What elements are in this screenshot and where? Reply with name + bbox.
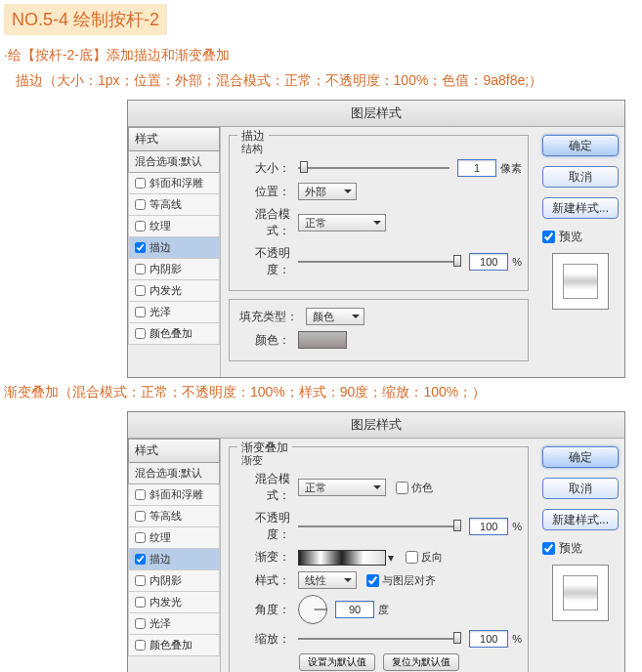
style-item-6[interactable]: 光泽 bbox=[128, 302, 220, 323]
dialog-title: 图层样式 bbox=[128, 101, 624, 127]
size-unit: 像素 bbox=[500, 161, 522, 176]
preview-box bbox=[552, 253, 609, 310]
style-select[interactable]: 线性 bbox=[298, 571, 357, 589]
opacity-label: 不透明度： bbox=[235, 510, 290, 543]
align-check[interactable]: 与图层对齐 bbox=[366, 573, 436, 588]
position-label: 位置： bbox=[235, 184, 290, 200]
set-default-button[interactable]: 设置为默认值 bbox=[299, 653, 375, 671]
blend-label: 混合模式： bbox=[235, 471, 290, 504]
cancel-button[interactable]: 取消 bbox=[542, 166, 619, 188]
style-item-2[interactable]: 纹理 bbox=[128, 527, 220, 549]
angle-label: 角度： bbox=[235, 602, 290, 618]
gradient-pane: 渐变叠加 渐变 混合模式： 正常 仿色 不透明度： 100 % 渐变： bbox=[221, 439, 536, 672]
style-item-1[interactable]: 等高线 bbox=[128, 506, 220, 527]
color-swatch[interactable] bbox=[298, 331, 347, 349]
size-input[interactable]: 1 bbox=[457, 159, 496, 177]
size-label: 大小： bbox=[235, 160, 290, 177]
pct: % bbox=[512, 633, 522, 645]
preview-check[interactable]: 预览 bbox=[542, 229, 619, 245]
style-item-7[interactable]: 颜色叠加 bbox=[128, 635, 220, 656]
reset-default-button[interactable]: 复位为默认值 bbox=[383, 653, 459, 671]
ok-button[interactable]: 确定 bbox=[542, 446, 619, 468]
grad-sub: 渐变 bbox=[241, 453, 263, 468]
size-slider[interactable] bbox=[298, 163, 449, 173]
style-item-7[interactable]: 颜色叠加 bbox=[128, 323, 220, 345]
cancel-button[interactable]: 取消 bbox=[542, 478, 619, 499]
style-list: 样式 混合选项:默认 斜面和浮雕等高线纹理描边内阴影内发光光泽颜色叠加 bbox=[128, 439, 221, 672]
chevron-down-icon[interactable]: ▾ bbox=[386, 551, 396, 565]
dialog-title: 图层样式 bbox=[128, 412, 624, 439]
blend-options-default[interactable]: 混合选项:默认 bbox=[128, 463, 220, 484]
gradient-preview[interactable] bbox=[298, 550, 386, 566]
style-item-5[interactable]: 内发光 bbox=[128, 280, 220, 302]
stroke-sub: 结构 bbox=[241, 142, 263, 156]
style-item-4[interactable]: 内阴影 bbox=[128, 570, 220, 592]
preview-box bbox=[552, 565, 609, 621]
style-item-6[interactable]: 光泽 bbox=[128, 613, 220, 635]
pct: % bbox=[512, 521, 522, 532]
gradient-label: 渐变： bbox=[235, 549, 290, 566]
fill-type-label: 填充类型： bbox=[235, 309, 298, 325]
ok-button[interactable]: 确定 bbox=[542, 135, 619, 156]
blend-options-default[interactable]: 混合选项:默认 bbox=[128, 151, 220, 173]
angle-input[interactable]: 90 bbox=[335, 601, 374, 618]
style-item-0[interactable]: 斜面和浮雕 bbox=[128, 484, 220, 506]
fill-type-select[interactable]: 颜色 bbox=[306, 308, 364, 325]
new-style-button[interactable]: 新建样式... bbox=[542, 509, 619, 530]
button-column: 确定 取消 新建样式... 预览 bbox=[536, 439, 624, 672]
stroke-pane: 描边 结构 大小： 1 像素 位置： 外部 混合模式： 正常 bbox=[221, 127, 536, 377]
angle-dial[interactable] bbox=[298, 595, 327, 624]
reverse-check[interactable]: 反向 bbox=[406, 550, 443, 565]
style-item-3[interactable]: 描边 bbox=[128, 549, 220, 570]
style-item-3[interactable]: 描边 bbox=[128, 237, 220, 259]
scale-input[interactable]: 100 bbox=[469, 630, 508, 648]
position-select[interactable]: 外部 bbox=[298, 183, 357, 200]
button-column: 确定 取消 新建样式... 预览 bbox=[536, 127, 624, 377]
page-title: NO.5-4 绘制按杆-2 bbox=[4, 4, 167, 35]
preview-check[interactable]: 预览 bbox=[542, 540, 619, 557]
pct: % bbox=[512, 256, 522, 268]
style-label: 样式： bbox=[235, 572, 290, 589]
scale-slider[interactable] bbox=[298, 634, 461, 644]
layer-style-dialog-stroke: 图层样式 样式 混合选项:默认 斜面和浮雕等高线纹理描边内阴影内发光光泽颜色叠加… bbox=[127, 100, 625, 378]
style-list: 样式 混合选项:默认 斜面和浮雕等高线纹理描边内阴影内发光光泽颜色叠加 bbox=[128, 127, 221, 377]
styles-header: 样式 bbox=[128, 439, 220, 463]
style-item-2[interactable]: 纹理 bbox=[128, 216, 220, 237]
opacity-input[interactable]: 100 bbox=[469, 518, 508, 535]
blend-select[interactable]: 正常 bbox=[298, 214, 386, 231]
blend-label: 混合模式： bbox=[235, 206, 290, 239]
opacity-slider[interactable] bbox=[298, 522, 461, 531]
style-item-4[interactable]: 内阴影 bbox=[128, 259, 220, 280]
scale-label: 缩放： bbox=[235, 631, 290, 648]
blend-select[interactable]: 正常 bbox=[298, 479, 386, 496]
opacity-slider[interactable] bbox=[298, 257, 461, 267]
stroke-params: 描边（大小：1px；位置：外部；混合模式：正常；不透明度：100%；色值：9a8… bbox=[16, 72, 638, 90]
layer-style-dialog-gradient: 图层样式 样式 混合选项:默认 斜面和浮雕等高线纹理描边内阴影内发光光泽颜色叠加… bbox=[127, 411, 625, 672]
color-label: 颜色： bbox=[235, 332, 290, 349]
grad-params: 渐变叠加（混合模式：正常；不透明度：100%；样式：90度；缩放：100%；） bbox=[4, 384, 638, 401]
style-item-0[interactable]: 斜面和浮雕 bbox=[128, 173, 220, 194]
style-item-5[interactable]: 内发光 bbox=[128, 592, 220, 613]
instruction-text: ·给【按杆-2-底】添加描边和渐变叠加 bbox=[4, 47, 638, 64]
style-item-1[interactable]: 等高线 bbox=[128, 194, 220, 216]
angle-unit: 度 bbox=[378, 603, 389, 617]
opacity-label: 不透明度： bbox=[235, 245, 290, 278]
dither-check[interactable]: 仿色 bbox=[396, 481, 433, 495]
opacity-input[interactable]: 100 bbox=[469, 253, 508, 271]
styles-header: 样式 bbox=[128, 127, 220, 151]
new-style-button[interactable]: 新建样式... bbox=[542, 197, 619, 219]
